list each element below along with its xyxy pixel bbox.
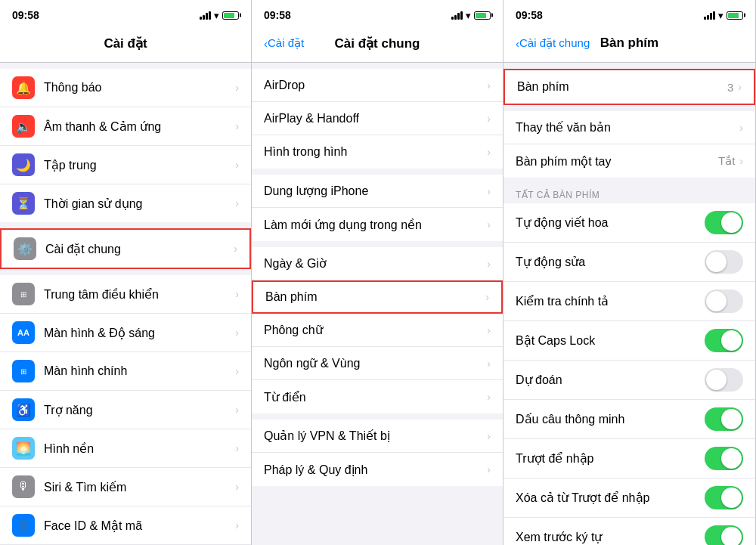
- one-hand-item[interactable]: Bàn phím một tay Tắt ›: [503, 144, 755, 178]
- group-highlighted: ⚙️ Cài đặt chung ›: [0, 228, 251, 269]
- toggle-item-char-preview[interactable]: Xem trước ký tự: [503, 518, 755, 545]
- toggle-smart-punct[interactable]: [705, 407, 743, 431]
- panel-general: 09:58 ▾ ‹ Cài đặt Cài đặt chung: [252, 0, 503, 545]
- chevron-icon: ›: [487, 324, 491, 336]
- settings-list-2[interactable]: AirDrop › AirPlay & Handoff › Hình trong…: [252, 63, 503, 545]
- keyboard-count-item[interactable]: Bàn phím 3 ›: [503, 69, 755, 105]
- notification-icon: 🔔: [12, 76, 35, 99]
- group-2: ⊞ Trung tâm điều khiển › AA Màn hình & Đ…: [0, 275, 251, 545]
- chevron-icon: ›: [235, 519, 239, 531]
- sound-icon: 🔈: [12, 115, 35, 138]
- dictionary-item[interactable]: Từ điển ›: [252, 380, 503, 413]
- group-g1: AirDrop › AirPlay & Handoff › Hình trong…: [252, 69, 503, 169]
- chevron-icon: ›: [739, 122, 743, 134]
- panel-settings: 09:58 ▾ Cài đặt 🔔 Thông báo ›: [0, 0, 252, 545]
- general-icon: ⚙️: [14, 237, 36, 260]
- nav-header-2: ‹ Cài đặt Cài đặt chung: [252, 27, 503, 63]
- section-label-all-keyboards: TẤT CẢ BÀN PHÍM: [503, 178, 755, 203]
- display-icon: AA: [12, 321, 35, 344]
- list-item[interactable]: AA Màn hình & Độ sáng ›: [0, 314, 251, 352]
- toggle-item-spell[interactable]: Kiểm tra chính tả: [503, 282, 755, 321]
- toggle-item-swipe[interactable]: Trượt để nhập: [503, 439, 755, 478]
- chevron-icon: ›: [235, 365, 239, 377]
- status-icons-1: ▾: [200, 10, 239, 21]
- legal-item[interactable]: Pháp lý & Quy định ›: [252, 453, 503, 486]
- time-1: 09:58: [12, 9, 39, 21]
- chevron-icon: ›: [235, 159, 239, 171]
- keyboard-main-item[interactable]: Bàn phím 3 ›: [505, 70, 754, 104]
- nav-title-1: Cài đặt: [104, 36, 147, 51]
- toggle-auto-cap[interactable]: [705, 211, 743, 234]
- toggle-item-caps[interactable]: Bật Caps Lock: [503, 321, 755, 361]
- chevron-icon: ›: [235, 288, 239, 300]
- nav-title-3: Bàn phím: [600, 36, 658, 51]
- language-item[interactable]: Ngôn ngữ & Vùng ›: [252, 347, 503, 380]
- toggle-item-smart-punct[interactable]: Dấu câu thông minh: [503, 400, 755, 439]
- status-icons-2: ▾: [451, 10, 491, 21]
- text-replace-item[interactable]: Thay thế văn bản ›: [503, 111, 755, 144]
- status-bar-1: 09:58 ▾: [0, 0, 251, 27]
- list-item[interactable]: ♿ Trợ năng ›: [0, 391, 251, 429]
- chevron-icon: ›: [487, 358, 491, 370]
- back-label-3: Cài đặt chung: [519, 36, 590, 50]
- toggle-swipe[interactable]: [705, 447, 743, 470]
- toggle-item-predict[interactable]: Dự đoán: [503, 361, 755, 400]
- back-button-2[interactable]: ‹ Cài đặt: [264, 36, 304, 50]
- focus-icon: 🌙: [12, 153, 35, 176]
- signal-icon: [704, 11, 715, 20]
- chevron-icon: ›: [235, 481, 239, 493]
- nav-header-1: Cài đặt: [0, 27, 251, 63]
- nav-header-3: ‹ Cài đặt chung Bàn phím: [503, 27, 755, 63]
- group-g2: Dung lượng iPhone › Làm mới ứng dụng tro…: [252, 175, 503, 241]
- chevron-icon: ›: [235, 197, 239, 209]
- settings-list-3[interactable]: Bàn phím 3 › Thay thế văn bản › Bàn phím…: [503, 63, 755, 545]
- toggle-delete-swipe[interactable]: [705, 486, 743, 509]
- refresh-item[interactable]: Làm mới ứng dụng trong nền ›: [252, 208, 503, 241]
- nav-title-2: Cài đặt chung: [335, 36, 420, 51]
- chevron-icon: ›: [487, 185, 491, 197]
- status-bar-2: 09:58 ▾: [252, 0, 503, 27]
- sub-items-group: Thay thế văn bản › Bàn phím một tay Tắt …: [503, 111, 755, 178]
- group-g3: Ngày & Giờ › Bàn phím › Phông chữ › Ngôn…: [252, 247, 503, 413]
- list-item[interactable]: 🌙 Tập trung ›: [0, 146, 251, 184]
- toggle-spell[interactable]: [705, 290, 743, 313]
- general-settings-item[interactable]: ⚙️ Cài đặt chung ›: [2, 230, 249, 268]
- back-label-2: Cài đặt: [268, 36, 304, 50]
- list-item[interactable]: 🌅 Hình nền ›: [0, 429, 251, 468]
- wifi-icon: ▾: [466, 10, 471, 21]
- wallpaper-icon: 🌅: [12, 437, 35, 460]
- signal-icon: [200, 11, 211, 20]
- list-item[interactable]: 🔔 Thông báo ›: [0, 69, 251, 107]
- airplay-item[interactable]: AirPlay & Handoff ›: [252, 102, 503, 135]
- storage-item[interactable]: Dung lượng iPhone ›: [252, 175, 503, 208]
- toggle-item-delete-swipe[interactable]: Xóa cả từ Trượt để nhập: [503, 478, 755, 518]
- battery-icon: [727, 11, 743, 20]
- list-item[interactable]: ⊞ Trung tâm điều khiển ›: [0, 275, 251, 314]
- settings-list-1[interactable]: 🔔 Thông báo › 🔈 Âm thanh & Cảm ứng › 🌙 T…: [0, 63, 251, 545]
- list-item[interactable]: ⏳ Thời gian sử dụng ›: [0, 184, 251, 222]
- chevron-icon: ›: [235, 327, 239, 339]
- back-button-3[interactable]: ‹ Cài đặt chung: [516, 36, 590, 50]
- toggle-char-preview[interactable]: [705, 525, 743, 545]
- list-item[interactable]: 🎙 Siri & Tìm kiếm ›: [0, 468, 251, 506]
- chevron-icon: ›: [485, 291, 489, 303]
- pip-item[interactable]: Hình trong hình ›: [252, 135, 503, 169]
- vpn-item[interactable]: Quản lý VPN & Thiết bị ›: [252, 420, 503, 453]
- datetime-item[interactable]: Ngày & Giờ ›: [252, 247, 503, 280]
- toggle-caps[interactable]: [705, 329, 743, 352]
- group-1: 🔔 Thông báo › 🔈 Âm thanh & Cảm ứng › 🌙 T…: [0, 69, 251, 222]
- font-item[interactable]: Phông chữ ›: [252, 314, 503, 347]
- chevron-icon: ›: [235, 82, 239, 94]
- toggle-auto-correct[interactable]: [705, 250, 743, 274]
- list-item[interactable]: 👤 Face ID & Mật mã ›: [0, 506, 251, 545]
- keyboard-item[interactable]: Bàn phím ›: [252, 280, 503, 314]
- toggle-item-auto-correct[interactable]: Tự động sửa: [503, 243, 755, 282]
- chevron-icon: ›: [487, 146, 491, 158]
- chevron-icon: ›: [738, 81, 742, 93]
- list-item[interactable]: 🔈 Âm thanh & Cảm ứng ›: [0, 107, 251, 146]
- list-item[interactable]: ⊞ Màn hình chính ›: [0, 352, 251, 391]
- time-2: 09:58: [264, 9, 291, 21]
- toggle-predict[interactable]: [705, 368, 743, 392]
- airdrop-item[interactable]: AirDrop ›: [252, 69, 503, 102]
- toggle-item-auto-cap[interactable]: Tự động viết hoa: [503, 203, 755, 243]
